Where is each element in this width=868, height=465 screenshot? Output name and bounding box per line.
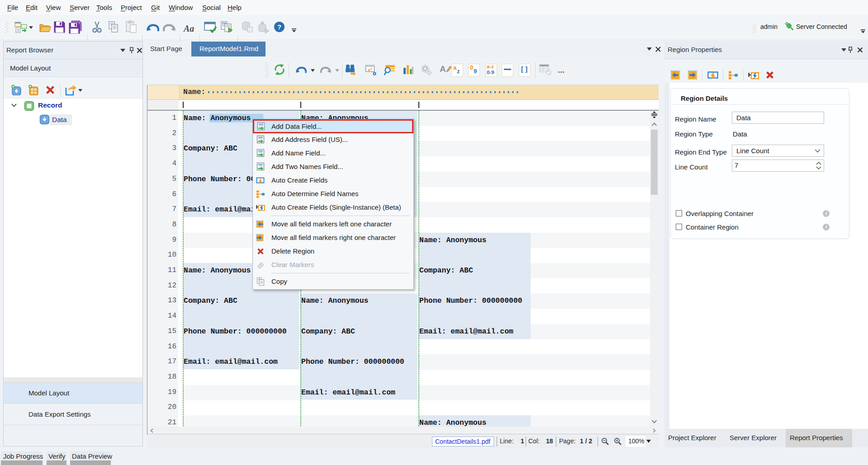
svg-text:?: ? (277, 23, 281, 31)
